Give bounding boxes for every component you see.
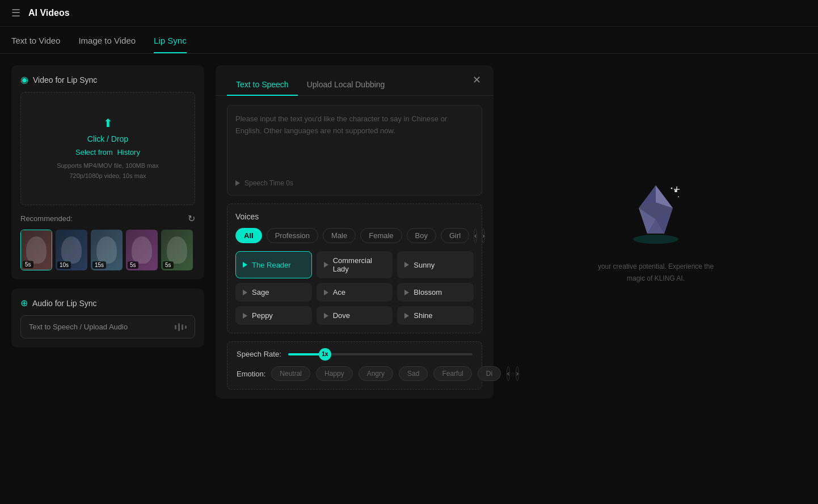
svg-point-9 bbox=[671, 188, 673, 189]
dialog-tab-text-to-speech[interactable]: Text to Speech bbox=[227, 74, 298, 96]
thumbnail-1[interactable]: 5s bbox=[20, 230, 52, 270]
slider-thumb[interactable]: 1x bbox=[319, 348, 331, 361]
voice-name: Dove bbox=[333, 311, 350, 320]
menu-icon[interactable]: ☰ bbox=[11, 7, 20, 19]
speech-placeholder-text: Please input the text you'd like the cha… bbox=[235, 113, 474, 172]
tab-lip-sync[interactable]: Lip Sync bbox=[154, 36, 187, 53]
video-upload-area[interactable]: ⬆ Click / Drop Select from History Suppo… bbox=[20, 92, 195, 205]
audio-input-row[interactable]: Text to Speech / Upload Audio bbox=[20, 315, 195, 338]
voice-item-blossom[interactable]: Blossom bbox=[397, 283, 474, 302]
audio-input-label: Text to Speech / Upload Audio bbox=[29, 323, 128, 331]
recommended-header: Recommended: ↻ bbox=[20, 213, 195, 224]
speech-text-area[interactable]: Please input the text you'd like the cha… bbox=[227, 105, 482, 196]
filter-female[interactable]: Female bbox=[360, 228, 402, 243]
voice-filter-row: All Profession Male Female Boy Girl ‹ › bbox=[235, 228, 474, 243]
upload-select-text: Select from History bbox=[75, 148, 140, 156]
audio-icon: ⊕ bbox=[20, 298, 28, 308]
video-for-lip-sync-card: ◉ Video for Lip Sync ⬆ Click / Drop Sele… bbox=[11, 65, 204, 279]
emotion-happy[interactable]: Happy bbox=[316, 366, 353, 381]
voice-item-ace[interactable]: Ace bbox=[317, 283, 393, 302]
voice-name: Sage bbox=[252, 288, 269, 297]
voice-name: Commercial Lady bbox=[333, 256, 386, 273]
thumbnail-grid: 5s 10s 15s 5s bbox=[20, 230, 195, 270]
voice-name: Blossom bbox=[414, 288, 442, 297]
thumbnail-4[interactable]: 5s bbox=[126, 230, 158, 270]
emotion-di[interactable]: Di bbox=[478, 366, 501, 381]
speech-rate-row: Speech Rate: 1x bbox=[237, 350, 473, 358]
svg-point-8 bbox=[678, 196, 679, 197]
app-title: AI Videos bbox=[28, 8, 70, 18]
dialog-header: Text to Speech Upload Local Dubbing ✕ bbox=[216, 65, 494, 96]
voice-play-icon bbox=[324, 262, 328, 268]
emotion-row: Emotion: Neutral Happy Angry Sad Fearful… bbox=[237, 366, 473, 381]
thumbnail-3[interactable]: 15s bbox=[91, 230, 123, 270]
voice-play-icon bbox=[243, 262, 247, 268]
filter-all[interactable]: All bbox=[235, 228, 262, 243]
speech-play-icon[interactable] bbox=[235, 180, 240, 186]
upload-support-info: Supports MP4/MOV file, 100MB max 720p/10… bbox=[57, 161, 159, 181]
emotion-neutral[interactable]: Neutral bbox=[271, 366, 310, 381]
dialog-panel: Text to Speech Upload Local Dubbing ✕ Pl… bbox=[216, 65, 494, 399]
emotion-fearful[interactable]: Fearful bbox=[433, 366, 471, 381]
voice-name: The Reader bbox=[252, 261, 291, 269]
main-layout: ◉ Video for Lip Sync ⬆ Click / Drop Sele… bbox=[0, 54, 818, 410]
voice-play-icon bbox=[404, 262, 409, 268]
voice-item-commercial-lady[interactable]: Commercial Lady bbox=[317, 251, 393, 278]
upload-icon: ⬆ bbox=[103, 116, 113, 130]
svg-point-0 bbox=[633, 235, 678, 244]
emotion-angry[interactable]: Angry bbox=[359, 366, 393, 381]
speech-time-label: Speech Time 0s bbox=[244, 179, 293, 187]
voice-item-sunny[interactable]: Sunny bbox=[397, 251, 474, 278]
emotion-sad[interactable]: Sad bbox=[399, 366, 428, 381]
speech-time-row: Speech Time 0s bbox=[235, 179, 474, 187]
voice-item-peppy[interactable]: Peppy bbox=[235, 306, 312, 325]
voice-item-the-reader[interactable]: The Reader bbox=[235, 251, 312, 278]
promo-text: your creative potential. Experience the … bbox=[593, 261, 718, 284]
video-section-title: ◉ Video for Lip Sync bbox=[20, 74, 195, 85]
voice-play-icon bbox=[243, 313, 247, 319]
history-link[interactable]: History bbox=[117, 148, 140, 156]
filter-girl[interactable]: Girl bbox=[441, 228, 469, 243]
refresh-button[interactable]: ↻ bbox=[188, 213, 195, 224]
voice-play-icon bbox=[404, 313, 409, 319]
emotion-label: Emotion: bbox=[237, 370, 265, 378]
filter-male[interactable]: Male bbox=[323, 228, 356, 243]
speech-rate-section: Speech Rate: 1x Emotion: Neutral Happy A… bbox=[227, 341, 482, 389]
voice-name: Ace bbox=[333, 288, 345, 297]
audio-for-lip-sync-card: ⊕ Audio for Lip Sync Text to Speech / Up… bbox=[11, 289, 204, 348]
tab-text-to-video[interactable]: Text to Video bbox=[11, 36, 60, 53]
voice-name: Peppy bbox=[252, 311, 273, 320]
person-icon: ◉ bbox=[20, 74, 28, 85]
left-panel: ◉ Video for Lip Sync ⬆ Click / Drop Sele… bbox=[11, 65, 204, 399]
voice-play-icon bbox=[243, 290, 247, 295]
voice-name: Shine bbox=[414, 311, 432, 320]
voice-play-icon bbox=[324, 313, 328, 319]
speech-rate-slider[interactable]: 1x bbox=[288, 353, 473, 355]
voice-name: Sunny bbox=[414, 261, 435, 269]
upload-click-drop-text: Click / Drop bbox=[87, 134, 128, 143]
audio-bars-icon bbox=[175, 323, 187, 331]
speech-rate-label: Speech Rate: bbox=[237, 350, 281, 358]
tab-image-to-video[interactable]: Image to Video bbox=[78, 36, 136, 53]
voices-section: Voices All Profession Male Female Boy Gi… bbox=[227, 204, 482, 333]
thumbnail-2[interactable]: 10s bbox=[56, 230, 87, 270]
promo-area: your creative potential. Experience the … bbox=[505, 65, 807, 399]
filter-boy[interactable]: Boy bbox=[407, 228, 436, 243]
voices-title: Voices bbox=[235, 212, 474, 221]
voice-filter-prev-button[interactable]: ‹ bbox=[474, 228, 477, 243]
voice-item-shine[interactable]: Shine bbox=[397, 306, 474, 325]
top-tab-bar: Text to Video Image to Video Lip Sync bbox=[0, 27, 818, 54]
dialog-close-button[interactable]: ✕ bbox=[469, 72, 484, 88]
dialog-body: Please input the text you'd like the cha… bbox=[216, 96, 494, 399]
gem-decoration bbox=[622, 180, 690, 249]
recommended-label: Recommended: bbox=[20, 214, 73, 223]
voice-item-sage[interactable]: Sage bbox=[235, 283, 312, 302]
voice-filter-next-button[interactable]: › bbox=[482, 228, 485, 243]
dialog-tab-upload-local-dubbing[interactable]: Upload Local Dubbing bbox=[298, 74, 394, 96]
filter-profession[interactable]: Profession bbox=[267, 228, 318, 243]
voice-item-dove[interactable]: Dove bbox=[317, 306, 393, 325]
voice-grid: The Reader Commercial Lady Sunny Sage bbox=[235, 251, 474, 325]
voice-play-icon bbox=[324, 290, 328, 295]
app-header: ☰ AI Videos bbox=[0, 0, 818, 27]
thumbnail-5[interactable]: 5s bbox=[161, 230, 193, 270]
